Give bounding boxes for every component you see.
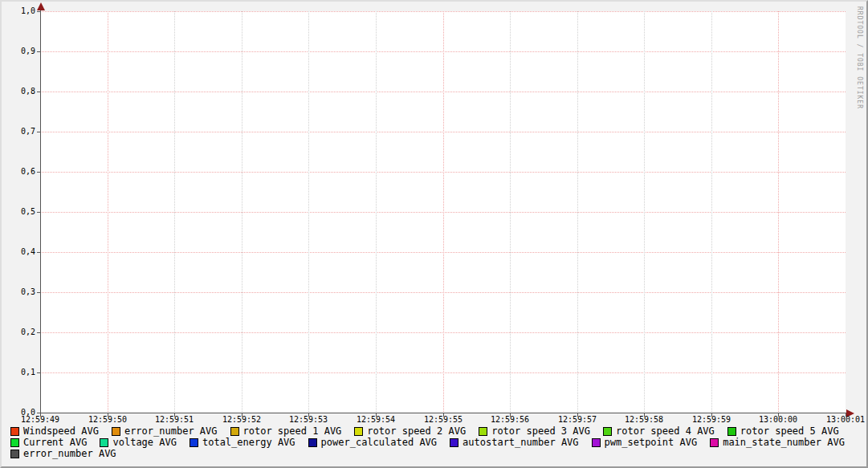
legend-item: error_number AVG (10, 449, 116, 459)
y-tick (37, 132, 41, 132)
legend-item: power_calculated AVG (308, 437, 438, 448)
plot-area (40, 11, 846, 413)
legend-swatch-icon (727, 427, 736, 436)
y-tick-label: 0,4 (2, 247, 37, 257)
legend-swatch-icon (308, 438, 317, 447)
x-tick-label: 13:00:01 (821, 415, 868, 425)
v-gridline (308, 11, 309, 413)
legend-item: total_energy AVG (189, 437, 295, 448)
v-gridline (577, 11, 578, 413)
x-tick (443, 413, 444, 417)
y-tick (37, 212, 41, 213)
legend-item: Current AVG (10, 437, 87, 448)
v-gridline (644, 11, 645, 413)
x-tick (174, 413, 175, 417)
x-tick (778, 413, 779, 417)
y-tick-label: 0,5 (2, 207, 37, 217)
legend-label: power_calculated AVG (321, 437, 438, 448)
legend-label: Windspeed AVG (23, 426, 99, 437)
legend-swatch-icon (112, 427, 120, 436)
v-gridline (711, 11, 712, 413)
legend-label: rotor speed 3 AVG (491, 426, 590, 437)
legend-swatch-icon (479, 427, 487, 436)
legend-item: voltage AVG (100, 437, 176, 448)
y-tick-label: 1,0 (2, 6, 37, 16)
legend-label: error_number AVG (23, 449, 116, 459)
legend-row: Windspeed AVGerror_number AVGrotor speed… (10, 426, 839, 437)
legend-item: pwm_setpoint AVG (592, 437, 698, 448)
x-tick (242, 413, 242, 417)
legend-item: Windspeed AVG (10, 426, 99, 437)
x-tick (711, 413, 712, 417)
y-axis-line (40, 9, 41, 413)
legend-item: rotor speed 2 AVG (354, 426, 466, 437)
x-tick (644, 413, 645, 417)
y-tick-label: 0,1 (2, 368, 37, 377)
y-tick-label: 0,6 (2, 167, 37, 177)
x-tick (40, 413, 41, 417)
legend-swatch-icon (603, 427, 612, 436)
legend-item: rotor speed 5 AVG (727, 426, 839, 437)
y-tick (37, 252, 41, 253)
x-tick (308, 413, 309, 417)
y-tick-label: 0,2 (2, 328, 37, 337)
x-tick (577, 413, 578, 417)
v-gridline (443, 11, 444, 413)
y-tick (37, 372, 41, 373)
y-tick-label: 0,9 (2, 47, 37, 56)
legend-swatch-icon (450, 438, 458, 447)
legend-label: voltage AVG (112, 437, 176, 448)
legend-item: rotor speed 3 AVG (479, 426, 590, 437)
y-tick (37, 51, 41, 52)
legend-swatch-icon (592, 438, 601, 447)
v-gridline (510, 11, 511, 413)
legend-item: error_number AVG (112, 426, 218, 437)
x-tick (376, 413, 377, 417)
v-gridline (778, 11, 779, 413)
legend-item: main_state_number AVG (710, 437, 845, 448)
legend-swatch-icon (100, 438, 108, 447)
x-tick (510, 413, 511, 417)
x-tick (846, 413, 846, 417)
legend-swatch-icon (710, 438, 719, 447)
y-tick (37, 11, 41, 12)
legend-item: rotor speed 4 AVG (603, 426, 715, 437)
y-tick (37, 92, 41, 92)
legend-label: rotor speed 2 AVG (367, 426, 466, 437)
legend-label: rotor speed 5 AVG (740, 426, 839, 437)
legend-swatch-icon (230, 427, 239, 436)
y-tick (37, 332, 41, 333)
legend-label: rotor speed 4 AVG (616, 426, 715, 437)
v-gridline (174, 11, 175, 413)
legend-label: total_energy AVG (202, 437, 295, 448)
y-tick-label: 0,3 (2, 287, 37, 297)
legend-item: rotor speed 1 AVG (230, 426, 342, 437)
legend-swatch-icon (189, 438, 198, 447)
legend-item: autostart_number AVG (450, 437, 579, 448)
v-gridline (108, 11, 108, 413)
x-tick (108, 413, 108, 417)
legend-swatch-icon (10, 438, 19, 447)
y-tick-label: 0,7 (2, 127, 37, 136)
legend-label: rotor speed 1 AVG (243, 426, 342, 437)
rrd-graph-image: 1,00,90,80,70,60,50,40,30,20,10,0 12:59:… (0, 0, 868, 468)
legend-label: main_state_number AVG (723, 437, 845, 448)
legend-swatch-icon (10, 427, 19, 436)
legend-label: autostart_number AVG (463, 437, 579, 448)
legend-row: error_number AVG (10, 449, 116, 459)
v-gridline (242, 11, 242, 413)
y-tick (37, 172, 41, 173)
legend-label: error_number AVG (124, 426, 218, 437)
y-axis-arrow-icon (37, 2, 45, 10)
v-gridline (376, 11, 377, 413)
legend-label: Current AVG (23, 437, 87, 448)
rrdtool-watermark: RRDTOOL / TOBI OETIKER (856, 6, 863, 109)
y-tick (37, 292, 41, 293)
legend-row: Current AVGvoltage AVGtotal_energy AVGpo… (10, 437, 845, 448)
legend-swatch-icon (10, 450, 19, 458)
y-tick-label: 0,8 (2, 87, 37, 96)
legend-label: pwm_setpoint AVG (605, 437, 698, 448)
legend-swatch-icon (354, 427, 363, 436)
